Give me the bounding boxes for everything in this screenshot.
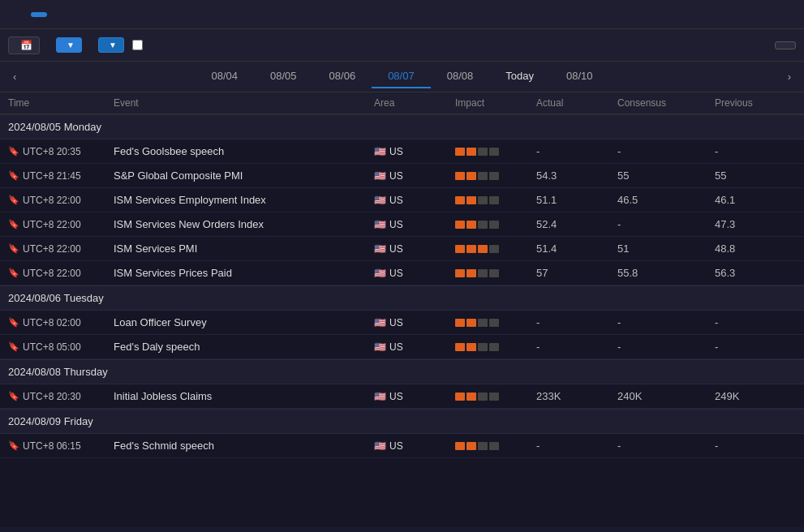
impact-bar	[455, 221, 465, 229]
actual-cell: 52.4	[536, 218, 617, 230]
favorite-checkbox[interactable]	[132, 40, 143, 50]
area-cell: 🇺🇸US	[374, 195, 455, 206]
event-cell: Initial Jobless Claims	[114, 390, 374, 402]
flag-icon: 🇺🇸	[374, 317, 386, 328]
nav-date-0805[interactable]: 08/05	[254, 65, 313, 88]
impact-bar	[466, 245, 476, 253]
consensus-cell: 240K	[617, 390, 715, 402]
table-row[interactable]: 🔖UTC+8 22:00ISM Services New Orders Inde…	[0, 212, 804, 237]
previous-cell: -	[715, 341, 796, 353]
col-consensus: Consensus	[617, 97, 715, 109]
consensus-cell: 46.5	[617, 194, 715, 206]
date-selector[interactable]: 📅	[8, 36, 40, 54]
table-row[interactable]: 🔖UTC+8 22:00ISM Services PMI🇺🇸US51.45148…	[0, 237, 804, 261]
actual-cell: -	[536, 341, 617, 353]
bookmark-icon: 🔖	[8, 243, 19, 254]
area-value: US	[389, 146, 403, 157]
table-row[interactable]: 🔖UTC+8 06:15Fed's Schmid speech🇺🇸US---	[0, 434, 804, 458]
impact-bar	[455, 196, 465, 204]
previous-cell: 46.1	[715, 194, 796, 206]
event-cell: S&P Global Composite PMI	[114, 169, 374, 182]
nav-date-0804[interactable]: 08/04	[196, 65, 255, 88]
section-header-0: 2024/08/05 Monday	[0, 114, 804, 139]
col-impact: Impact	[455, 97, 536, 109]
col-time: Time	[8, 97, 114, 109]
next-week-button[interactable]: ›	[780, 67, 796, 86]
impact-bar	[489, 343, 499, 351]
time-value: UTC+8 22:00	[23, 243, 81, 255]
impact-bar	[455, 343, 465, 351]
back-today-button[interactable]	[775, 41, 796, 49]
nav-date-0808[interactable]: 08/08	[431, 65, 490, 88]
previous-cell: 48.8	[715, 242, 796, 255]
area-cell: 🇺🇸US	[374, 440, 455, 452]
actual-cell: 54.3	[536, 169, 617, 182]
refresh-icon[interactable]	[759, 13, 767, 16]
actual-cell: -	[536, 316, 617, 328]
table-body: 2024/08/05 Monday🔖UTC+8 20:35Fed's Gools…	[0, 114, 804, 527]
table-row[interactable]: 🔖UTC+8 22:00ISM Services Employment Inde…	[0, 188, 804, 212]
impact-cell	[455, 269, 536, 277]
event-cell: Fed's Schmid speech	[114, 440, 374, 452]
area-value: US	[389, 317, 403, 328]
col-actual: Actual	[536, 97, 617, 109]
actual-cell: -	[536, 440, 617, 452]
impact-bar	[466, 442, 476, 450]
table-row[interactable]: 🔖UTC+8 05:00Fed's Daly speech🇺🇸US---	[0, 335, 804, 359]
impact-bar	[478, 245, 488, 253]
actual-cell: 233K	[536, 390, 617, 402]
impact-dropdown[interactable]: ▼	[56, 37, 82, 53]
event-cell: Fed's Goolsbee speech	[114, 145, 374, 157]
col-area: Area	[374, 97, 455, 109]
nav-today-button[interactable]: Today	[489, 65, 550, 88]
expand-icon[interactable]	[788, 13, 796, 16]
table-row[interactable]: 🔖UTC+8 02:00Loan Officer Survey🇺🇸US---	[0, 311, 804, 335]
bookmark-icon: 🔖	[8, 391, 19, 401]
table-row[interactable]: 🔖UTC+8 20:35Fed's Goolsbee speech🇺🇸US---	[0, 139, 804, 164]
nav-date-0807[interactable]: 08/07	[372, 65, 431, 88]
impact-arrow: ▼	[67, 41, 75, 49]
col-previous: Previous	[715, 97, 796, 109]
previous-cell: -	[715, 145, 796, 157]
previous-cell: -	[715, 440, 796, 452]
area-value: US	[389, 268, 403, 279]
impact-cell	[455, 196, 536, 204]
flag-icon: 🇺🇸	[374, 268, 386, 279]
consensus-cell: -	[617, 341, 715, 353]
time-value: UTC+8 05:00	[23, 341, 81, 353]
area-value: US	[389, 391, 403, 402]
area-arrow: ▼	[109, 41, 117, 49]
time-value: UTC+8 20:35	[23, 146, 81, 157]
impact-bar	[489, 196, 499, 204]
area-cell: 🇺🇸US	[374, 391, 455, 402]
tab-month[interactable]	[31, 12, 47, 17]
flag-icon: 🇺🇸	[374, 391, 386, 402]
bookmark-icon: 🔖	[8, 341, 19, 352]
nav-date-0810[interactable]: 08/10	[550, 65, 609, 88]
impact-bar	[489, 269, 499, 277]
area-value: US	[389, 219, 403, 230]
consensus-cell: -	[617, 316, 715, 328]
area-cell: 🇺🇸US	[374, 243, 455, 255]
impact-cell	[455, 442, 536, 450]
time-cell: 🔖UTC+8 22:00	[8, 243, 114, 255]
impact-bar	[489, 442, 499, 450]
table-row[interactable]: 🔖UTC+8 22:00ISM Services Prices Paid🇺🇸US…	[0, 261, 804, 285]
impact-bar	[489, 319, 499, 327]
impact-bar	[478, 196, 488, 204]
table-row[interactable]: 🔖UTC+8 20:30Initial Jobless Claims🇺🇸US23…	[0, 384, 804, 409]
layout-icon[interactable]	[773, 13, 781, 16]
previous-cell: 47.3	[715, 218, 796, 230]
event-cell: Fed's Daly speech	[114, 341, 374, 353]
area-cell: 🇺🇸US	[374, 268, 455, 279]
area-dropdown[interactable]: ▼	[98, 37, 124, 53]
impact-cell	[455, 319, 536, 327]
favorite-checkbox-label[interactable]	[132, 40, 147, 50]
prev-week-button[interactable]: ‹	[8, 67, 24, 86]
bookmark-icon: 🔖	[8, 268, 19, 278]
nav-date-0806[interactable]: 08/06	[313, 65, 372, 88]
impact-bar	[455, 172, 465, 180]
consensus-cell: 55.8	[617, 267, 715, 279]
tab-day[interactable]	[8, 12, 24, 17]
table-row[interactable]: 🔖UTC+8 21:45S&P Global Composite PMI🇺🇸US…	[0, 164, 804, 188]
